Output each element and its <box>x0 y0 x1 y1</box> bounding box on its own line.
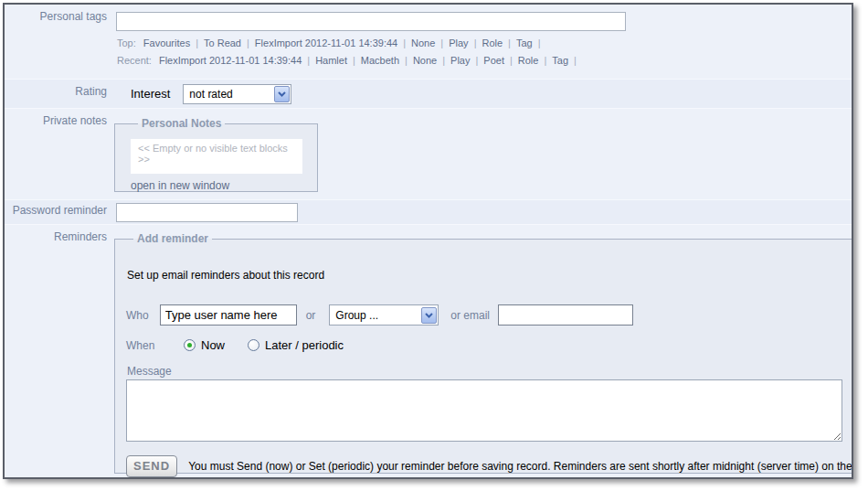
tag-separator: | <box>403 37 406 48</box>
tag-link-tag[interactable]: Tag <box>516 37 533 48</box>
password-reminder-row: Password reminder <box>5 199 852 225</box>
tag-link-macbeth[interactable]: Macbeth <box>361 55 399 66</box>
who-row: Who or Group ... or email <box>126 304 853 326</box>
private-notes-content: Personal Notes << Empty or no visible te… <box>107 109 852 199</box>
tag-link-favourites[interactable]: Favourites <box>143 37 190 48</box>
tag-separator: | <box>440 37 443 48</box>
personal-tags-content: Top:Favourites|To Read|FlexImport 2012-1… <box>107 5 852 79</box>
tag-separator: | <box>196 37 198 48</box>
tag-link-role[interactable]: Role <box>482 37 503 48</box>
top-tags-label: Top: <box>117 37 136 48</box>
who-label: Who <box>126 309 149 322</box>
tag-link-tag-recent[interactable]: Tag <box>552 55 568 66</box>
personal-notes-fieldset: Personal Notes << Empty or no visible te… <box>114 117 318 192</box>
interest-select[interactable]: not rated <box>183 84 291 104</box>
when-now-radio[interactable]: Now <box>184 338 225 352</box>
reminders-row: Reminders Add reminder Set up email remi… <box>5 225 852 479</box>
tag-separator: | <box>538 37 541 48</box>
password-reminder-label: Password reminder <box>5 200 107 224</box>
tag-separator: | <box>475 55 478 66</box>
tag-link-fleximport-recent[interactable]: FlexImport 2012-11-01 14:39:44 <box>159 55 302 66</box>
tag-link-fleximport[interactable]: FlexImport 2012-11-01 14:39:44 <box>255 37 397 48</box>
rating-label: Rating <box>5 80 107 108</box>
when-now-label: Now <box>201 338 225 352</box>
record-form-panel: Personal tags Top:Favourites|To Read|Fle… <box>3 3 853 479</box>
send-note-text: You must Send (now) or Set (periodic) yo… <box>188 460 853 473</box>
reminders-content: Add reminder Set up email reminders abou… <box>107 225 853 479</box>
tag-link-none-recent[interactable]: None <box>413 55 437 66</box>
tag-separator: | <box>353 55 355 66</box>
tag-link-hamlet[interactable]: Hamlet <box>315 55 347 66</box>
when-later-radio[interactable]: Later / periodic <box>248 338 344 352</box>
personal-notes-legend: Personal Notes <box>138 117 225 130</box>
add-reminder-fieldset: Add reminder Set up email reminders abou… <box>114 232 853 474</box>
tag-separator: | <box>510 55 513 66</box>
tag-link-role-recent[interactable]: Role <box>518 55 539 66</box>
who-user-input[interactable] <box>160 304 297 326</box>
tag-link-play[interactable]: Play <box>449 37 468 48</box>
tag-separator: | <box>307 55 310 66</box>
chevron-down-icon <box>421 307 437 324</box>
group-select[interactable]: Group ... <box>329 304 439 326</box>
interest-label: Interest <box>131 87 170 101</box>
private-notes-label: Private notes <box>5 109 107 199</box>
tag-separator: | <box>574 55 577 66</box>
or-email-label: or email <box>450 309 490 322</box>
when-later-label: Later / periodic <box>265 338 344 352</box>
message-textarea[interactable] <box>126 379 842 442</box>
tag-link-poet[interactable]: Poet <box>483 55 504 66</box>
notes-empty-box: << Empty or no visible text blocks >> <box>131 139 302 174</box>
add-reminder-legend: Add reminder <box>133 232 212 245</box>
when-row: When Now Later / periodic <box>126 338 853 352</box>
tag-separator: | <box>544 55 546 66</box>
tag-separator: | <box>474 37 477 48</box>
password-reminder-input[interactable] <box>116 203 298 222</box>
personal-tags-row: Personal tags Top:Favourites|To Read|Fle… <box>5 5 852 79</box>
rating-row: Rating Interest not rated <box>5 79 852 109</box>
send-row: SEND You must Send (now) or Set (periodi… <box>126 455 853 477</box>
group-select-value: Group ... <box>335 309 378 322</box>
recent-tags-label: Recent: <box>117 55 152 66</box>
reminders-label: Reminders <box>5 225 107 479</box>
private-notes-row: Private notes Personal Notes << Empty or… <box>5 109 852 199</box>
tag-link-play-recent[interactable]: Play <box>450 55 470 66</box>
reminder-intro-text: Set up email reminders about this record <box>127 269 853 282</box>
personal-tags-label: Personal tags <box>5 5 107 79</box>
open-in-new-window-link[interactable]: open in new window <box>131 179 229 192</box>
tag-separator: | <box>442 55 445 66</box>
or-label: or <box>306 309 316 322</box>
top-tags-line: Top:Favourites|To Read|FlexImport 2012-1… <box>117 37 852 48</box>
rating-content: Interest not rated <box>107 80 852 108</box>
interest-select-value: not rated <box>189 88 232 101</box>
personal-tags-input[interactable] <box>116 12 626 31</box>
radio-selected-icon <box>184 339 196 351</box>
tag-separator: | <box>247 37 249 48</box>
password-reminder-content <box>107 200 852 224</box>
email-input[interactable] <box>498 304 633 326</box>
tag-link-to-read[interactable]: To Read <box>204 37 241 48</box>
tag-separator: | <box>405 55 408 66</box>
recent-tags-line: Recent:FlexImport 2012-11-01 14:39:44|Ha… <box>117 55 852 66</box>
chevron-down-icon <box>274 86 290 102</box>
when-label: When <box>126 339 174 352</box>
tag-link-none[interactable]: None <box>411 37 435 48</box>
radio-unselected-icon <box>248 339 259 351</box>
tag-separator: | <box>508 37 511 48</box>
message-label: Message <box>127 365 853 378</box>
send-button[interactable]: SEND <box>126 455 177 477</box>
